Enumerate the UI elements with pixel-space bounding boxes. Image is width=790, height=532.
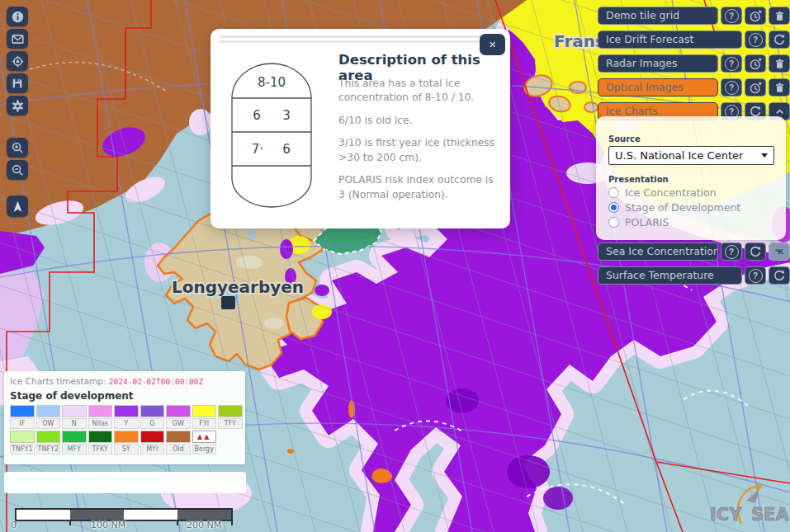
locate-button[interactable] <box>7 51 28 71</box>
layer-row-ice-drift-forecast: Ice Drift Forecast ? <box>598 31 790 49</box>
ice-charts-legend: Ice Charts timestamp: 2024-02-02T00:00:0… <box>4 371 245 464</box>
help-icon[interactable]: ? <box>721 78 742 97</box>
logo-sail-icon <box>746 489 759 503</box>
new-ice-patch <box>189 109 212 135</box>
layer-demo-tile-grid[interactable]: Demo tile grid <box>598 7 718 25</box>
north-arrow-button[interactable] <box>7 195 28 217</box>
legend-item-IF: IF <box>10 405 35 429</box>
legend-title: Stage of development <box>10 390 241 402</box>
help-icon[interactable]: ? <box>721 242 742 261</box>
egg-code-diagram: 8-10 6 3 7· 6 <box>230 62 313 214</box>
legend-items: IFOWNNilasYGGWFYITFYTNFY1TNFY2MFYTFKYSYM… <box>10 405 249 454</box>
save-icon <box>11 77 24 90</box>
scale-tick <box>231 521 233 525</box>
help-icon[interactable]: ? <box>721 54 742 73</box>
scale-tick <box>69 521 71 525</box>
delete-icon[interactable] <box>769 7 790 25</box>
legend-item-OW: OW <box>36 405 61 429</box>
help-icon[interactable]: ? <box>721 7 742 25</box>
egg-stage-fyi: 6 <box>282 142 291 157</box>
dark-purple-patch <box>507 455 550 488</box>
settings-button[interactable] <box>7 96 28 115</box>
source-select[interactable]: U.S. National Ice Center <box>608 146 774 165</box>
layer-optical-images[interactable]: Optical Images <box>598 78 718 97</box>
legend-item-TNFY1: TNFY1 <box>10 431 35 454</box>
kelvin-unit-icon[interactable]: °K <box>769 242 790 261</box>
legend-item-TFKY: TFKY <box>88 431 113 454</box>
layer-ice-drift-forecast[interactable]: Ice Drift Forecast <box>598 31 742 49</box>
area-description-popup: × 8-10 6 3 7· 6 Description of this area… <box>211 29 510 228</box>
zoom-in-icon <box>11 141 25 155</box>
layer-row-radar-images: Radar Images ? <box>598 54 790 73</box>
logo-text-sea: SEA <box>751 505 789 525</box>
popup-paragraph: POLARIS risk index outcome is 3 (Normal … <box>338 173 502 202</box>
scale-tick <box>177 521 178 525</box>
zoom-out-button[interactable] <box>7 160 28 180</box>
legend-item-TNFY2: TNFY2 <box>36 431 61 454</box>
layer-row-surface-temperature: Surface Temperature ? <box>598 266 790 285</box>
gear-icon <box>11 99 25 113</box>
legend-item-Nilas: Nilas <box>88 405 113 429</box>
popup-body: This area has a total ice concentration … <box>338 77 502 210</box>
radio-label: Stage of Development <box>625 201 740 214</box>
scale-segment <box>70 510 124 520</box>
coordinates-readout-bar <box>4 472 246 493</box>
history-icon[interactable] <box>745 54 766 73</box>
refresh-icon[interactable] <box>769 31 790 49</box>
help-icon[interactable]: ? <box>745 266 766 285</box>
legend-timestamp: Ice Charts timestamp: 2024-02-02T00:00:0… <box>10 376 241 386</box>
source-label: Source <box>608 134 774 144</box>
radio-label: POLARIS <box>625 216 669 228</box>
presentation-label: Presentation <box>608 175 774 184</box>
history-icon[interactable] <box>745 7 766 25</box>
help-icon[interactable]: ? <box>745 31 766 49</box>
delete-icon[interactable] <box>769 54 790 73</box>
popup-paragraph: 6/10 is old ice. <box>338 114 502 128</box>
dark-purple-patch <box>543 487 573 510</box>
locate-icon <box>11 54 25 68</box>
legend-item-TFY: TFY <box>218 405 243 429</box>
zoom-out-icon <box>11 163 25 177</box>
legend-item-Bergy: ▲▲Bergy <box>192 431 217 454</box>
layer-row-demo-tile-grid: Demo tile grid ? <box>598 7 790 25</box>
popup-drag-handle[interactable] <box>219 35 483 38</box>
radio-icon <box>608 202 619 213</box>
radio-stage-of-development[interactable]: Stage of Development <box>608 201 774 214</box>
legend-item-GW: GW <box>166 405 191 429</box>
legend-item-MFY: MFY <box>62 431 87 454</box>
north-arrow-icon <box>11 200 25 214</box>
legend-item-Y: Y <box>114 405 139 429</box>
egg-stage-old: 7· <box>252 142 263 157</box>
refresh-icon[interactable] <box>745 242 766 261</box>
layer-sea-ice-concentration[interactable]: Sea Ice Concentration <box>598 242 718 261</box>
history-icon[interactable] <box>745 78 766 97</box>
longyearbyen-marker[interactable] <box>221 296 235 309</box>
source-select-value: U.S. National Ice Center <box>615 149 743 162</box>
popup-drag-handle[interactable] <box>219 40 483 43</box>
radio-polaris[interactable]: POLARIS <box>608 216 774 228</box>
timestamp-label: Ice Charts timestamp: <box>10 376 109 386</box>
refresh-icon[interactable] <box>769 266 790 285</box>
ice-charts-settings-panel: Source U.S. National Ice Center Presenta… <box>596 116 786 240</box>
radio-icon <box>608 217 619 228</box>
map-label-longyearbyen: Longyearbyen <box>172 277 304 297</box>
radio-icon <box>608 187 619 198</box>
logo-arrowhead-icon <box>756 483 764 491</box>
delete-icon[interactable] <box>769 78 790 97</box>
layer-radar-images[interactable]: Radar Images <box>598 54 718 73</box>
legend-item-G: G <box>140 405 165 429</box>
legend-item-FYI: FYI <box>192 405 217 429</box>
legend-item-SY: SY <box>114 431 139 454</box>
save-button[interactable] <box>7 73 28 93</box>
scale-label-0: 0 <box>11 520 17 530</box>
mail-button[interactable] <box>7 29 28 49</box>
timestamp-value: 2024-02-02T00:00:00Z <box>109 377 203 386</box>
egg-fyi-value: 3 <box>282 108 291 123</box>
radio-ice-concentration[interactable]: Ice Concentration <box>608 186 774 199</box>
info-button[interactable] <box>7 7 28 26</box>
chevron-down-icon <box>761 153 768 158</box>
mail-icon <box>11 32 25 46</box>
zoom-in-button[interactable] <box>7 138 28 158</box>
legend-item-MYI: MYI <box>140 431 165 454</box>
layer-surface-temperature[interactable]: Surface Temperature <box>598 266 742 285</box>
